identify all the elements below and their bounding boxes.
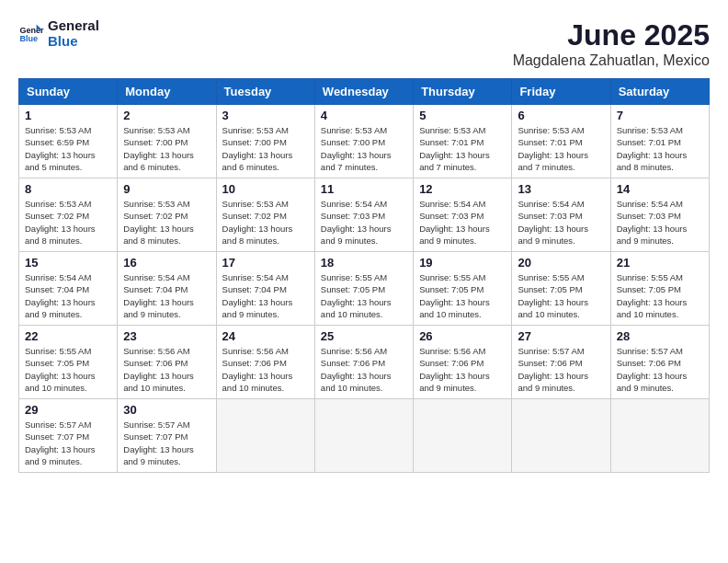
day-number: 17 (222, 256, 309, 270)
day-info: Sunrise: 5:54 AMSunset: 7:03 PMDaylight:… (419, 198, 506, 247)
day-number: 20 (518, 256, 604, 270)
day-number: 6 (518, 109, 604, 122)
day-cell: 13Sunrise: 5:54 AMSunset: 7:03 PMDayligh… (512, 178, 610, 252)
day-number: 1 (25, 109, 111, 122)
day-cell: 16Sunrise: 5:54 AMSunset: 7:04 PMDayligh… (118, 252, 216, 326)
day-number: 3 (222, 109, 309, 122)
weekday-header-friday: Friday (512, 79, 610, 105)
day-info: Sunrise: 5:57 AMSunset: 7:06 PMDaylight:… (518, 345, 604, 394)
day-cell (314, 399, 413, 473)
week-row-2: 8Sunrise: 5:53 AMSunset: 7:02 PMDaylight… (19, 178, 710, 252)
day-cell: 11Sunrise: 5:54 AMSunset: 7:03 PMDayligh… (314, 178, 413, 252)
day-info: Sunrise: 5:56 AMSunset: 7:06 PMDaylight:… (222, 345, 309, 394)
day-info: Sunrise: 5:53 AMSunset: 7:02 PMDaylight:… (222, 198, 309, 247)
day-cell: 20Sunrise: 5:55 AMSunset: 7:05 PMDayligh… (512, 252, 610, 326)
day-number: 24 (222, 329, 309, 343)
day-number: 19 (419, 256, 506, 270)
day-number: 26 (419, 329, 506, 343)
day-number: 27 (518, 329, 604, 343)
day-cell: 10Sunrise: 5:53 AMSunset: 7:02 PMDayligh… (216, 178, 314, 252)
day-cell: 23Sunrise: 5:56 AMSunset: 7:06 PMDayligh… (118, 326, 216, 399)
day-number: 14 (617, 182, 703, 196)
day-info: Sunrise: 5:55 AMSunset: 7:05 PMDaylight:… (518, 271, 604, 320)
day-info: Sunrise: 5:53 AMSunset: 7:00 PMDaylight:… (222, 124, 309, 173)
logo-line2: Blue (48, 34, 99, 50)
calendar: SundayMondayTuesdayWednesdayThursdayFrid… (18, 78, 710, 473)
day-cell: 28Sunrise: 5:57 AMSunset: 7:06 PMDayligh… (610, 326, 709, 399)
day-cell: 12Sunrise: 5:54 AMSunset: 7:03 PMDayligh… (414, 178, 512, 252)
day-cell: 8Sunrise: 5:53 AMSunset: 7:02 PMDaylight… (19, 178, 118, 252)
title-area: June 2025 Magdalena Zahuatlan, Mexico (513, 18, 710, 69)
week-row-3: 15Sunrise: 5:54 AMSunset: 7:04 PMDayligh… (19, 252, 710, 326)
day-info: Sunrise: 5:53 AMSunset: 7:01 PMDaylight:… (518, 124, 604, 173)
week-row-5: 29Sunrise: 5:57 AMSunset: 7:07 PMDayligh… (19, 399, 710, 473)
day-info: Sunrise: 5:54 AMSunset: 7:04 PMDaylight:… (123, 271, 210, 320)
month-title: June 2025 (513, 18, 710, 52)
weekday-header-saturday: Saturday (610, 79, 709, 105)
logo-line1: General (48, 18, 99, 34)
day-number: 10 (222, 182, 309, 196)
week-row-1: 1Sunrise: 5:53 AMSunset: 6:59 PMDaylight… (19, 105, 710, 178)
day-cell: 27Sunrise: 5:57 AMSunset: 7:06 PMDayligh… (512, 326, 610, 399)
weekday-header-row: SundayMondayTuesdayWednesdayThursdayFrid… (19, 79, 710, 105)
svg-text:Blue: Blue (19, 34, 38, 43)
day-cell: 26Sunrise: 5:56 AMSunset: 7:06 PMDayligh… (414, 326, 512, 399)
day-number: 28 (617, 329, 703, 343)
day-cell: 7Sunrise: 5:53 AMSunset: 7:01 PMDaylight… (610, 105, 709, 178)
day-cell: 22Sunrise: 5:55 AMSunset: 7:05 PMDayligh… (19, 326, 118, 399)
day-number: 8 (25, 182, 111, 196)
day-info: Sunrise: 5:53 AMSunset: 7:00 PMDaylight:… (123, 124, 210, 173)
day-number: 9 (123, 182, 210, 196)
weekday-header-monday: Monday (118, 79, 216, 105)
day-cell (610, 399, 709, 473)
weekday-header-wednesday: Wednesday (314, 79, 413, 105)
day-info: Sunrise: 5:54 AMSunset: 7:03 PMDaylight:… (518, 198, 604, 247)
day-cell: 24Sunrise: 5:56 AMSunset: 7:06 PMDayligh… (216, 326, 314, 399)
day-info: Sunrise: 5:56 AMSunset: 7:06 PMDaylight:… (321, 345, 407, 394)
day-cell: 4Sunrise: 5:53 AMSunset: 7:00 PMDaylight… (314, 105, 413, 178)
day-info: Sunrise: 5:55 AMSunset: 7:05 PMDaylight:… (321, 271, 407, 320)
day-cell: 5Sunrise: 5:53 AMSunset: 7:01 PMDaylight… (414, 105, 512, 178)
day-cell: 19Sunrise: 5:55 AMSunset: 7:05 PMDayligh… (414, 252, 512, 326)
day-info: Sunrise: 5:53 AMSunset: 7:01 PMDaylight:… (419, 124, 506, 173)
day-info: Sunrise: 5:53 AMSunset: 7:02 PMDaylight:… (123, 198, 210, 247)
day-info: Sunrise: 5:55 AMSunset: 7:05 PMDaylight:… (25, 345, 111, 394)
weekday-header-tuesday: Tuesday (216, 79, 314, 105)
weekday-header-sunday: Sunday (19, 79, 118, 105)
day-cell: 21Sunrise: 5:55 AMSunset: 7:05 PMDayligh… (610, 252, 709, 326)
day-info: Sunrise: 5:54 AMSunset: 7:04 PMDaylight:… (25, 271, 111, 320)
day-number: 25 (321, 329, 407, 343)
day-info: Sunrise: 5:54 AMSunset: 7:03 PMDaylight:… (617, 198, 703, 247)
day-number: 13 (518, 182, 604, 196)
day-number: 23 (123, 329, 210, 343)
day-info: Sunrise: 5:54 AMSunset: 7:04 PMDaylight:… (222, 271, 309, 320)
day-cell (216, 399, 314, 473)
day-cell: 6Sunrise: 5:53 AMSunset: 7:01 PMDaylight… (512, 105, 610, 178)
day-number: 7 (617, 109, 703, 122)
day-number: 5 (419, 109, 506, 122)
day-cell: 30Sunrise: 5:57 AMSunset: 7:07 PMDayligh… (118, 399, 216, 473)
week-row-4: 22Sunrise: 5:55 AMSunset: 7:05 PMDayligh… (19, 326, 710, 399)
day-info: Sunrise: 5:55 AMSunset: 7:05 PMDaylight:… (617, 271, 703, 320)
day-cell: 29Sunrise: 5:57 AMSunset: 7:07 PMDayligh… (19, 399, 118, 473)
day-cell: 1Sunrise: 5:53 AMSunset: 6:59 PMDaylight… (19, 105, 118, 178)
day-number: 2 (123, 109, 210, 122)
day-cell: 25Sunrise: 5:56 AMSunset: 7:06 PMDayligh… (314, 326, 413, 399)
day-info: Sunrise: 5:56 AMSunset: 7:06 PMDaylight:… (123, 345, 210, 394)
day-cell: 15Sunrise: 5:54 AMSunset: 7:04 PMDayligh… (19, 252, 118, 326)
day-number: 4 (321, 109, 407, 122)
day-number: 30 (123, 403, 210, 417)
day-number: 22 (25, 329, 111, 343)
day-number: 21 (617, 256, 703, 270)
day-info: Sunrise: 5:57 AMSunset: 7:07 PMDaylight:… (123, 419, 210, 467)
day-cell: 9Sunrise: 5:53 AMSunset: 7:02 PMDaylight… (118, 178, 216, 252)
day-cell: 18Sunrise: 5:55 AMSunset: 7:05 PMDayligh… (314, 252, 413, 326)
day-info: Sunrise: 5:53 AMSunset: 7:02 PMDaylight:… (25, 198, 111, 247)
day-info: Sunrise: 5:56 AMSunset: 7:06 PMDaylight:… (419, 345, 506, 394)
day-info: Sunrise: 5:57 AMSunset: 7:06 PMDaylight:… (617, 345, 703, 394)
header: General Blue General Blue June 2025 Magd… (18, 18, 710, 69)
day-number: 12 (419, 182, 506, 196)
logo-icon: General Blue (18, 21, 44, 47)
day-info: Sunrise: 5:54 AMSunset: 7:03 PMDaylight:… (321, 198, 407, 247)
day-info: Sunrise: 5:53 AMSunset: 6:59 PMDaylight:… (25, 124, 111, 173)
